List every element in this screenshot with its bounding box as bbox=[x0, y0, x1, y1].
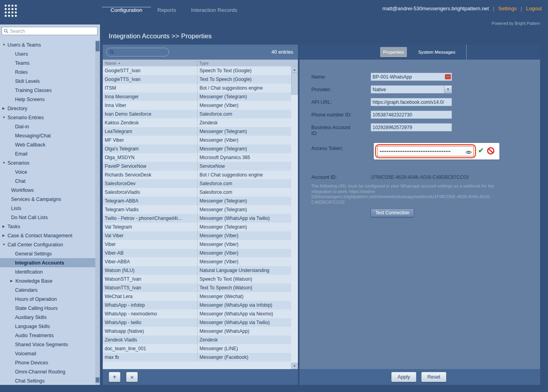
sidebar-item-chat-settings[interactable]: Chat Settings bbox=[0, 376, 95, 385]
table-row[interactable]: Val ViberMessenger (Viber) bbox=[103, 231, 291, 240]
list-scrollbar[interactable]: ▲ ▼ bbox=[291, 66, 298, 369]
table-row[interactable]: SalesforceVladisSalesforce.com bbox=[103, 188, 291, 197]
sidebar-item-state-calling-hours[interactable]: State Calling Hours bbox=[0, 304, 95, 313]
chevron-right-icon[interactable]: ▶ bbox=[10, 279, 15, 283]
tab-configuration[interactable]: Configuration bbox=[102, 0, 151, 20]
table-row[interactable]: ITSMBot / Chat suggestions engine bbox=[103, 84, 291, 92]
table-row[interactable]: Ivan Demo SalesforceSalesforce.com bbox=[103, 110, 291, 118]
test-connection-button[interactable]: Test Connection bbox=[371, 208, 414, 217]
sidebar-item-services-campaigns[interactable]: Services & Campaigns bbox=[0, 195, 95, 204]
show-password-eye-icon[interactable] bbox=[465, 149, 472, 156]
access-token-field[interactable]: •••••••••••••••••••••••••••••••••••••••• bbox=[377, 146, 474, 156]
scrollbar-thumb[interactable] bbox=[96, 41, 100, 51]
table-row[interactable]: WhatsApp - infobipMessenger (WhatsApp vi… bbox=[103, 301, 291, 309]
table-row[interactable]: Telegram-VladisMessenger (Telegram) bbox=[103, 205, 291, 214]
sidebar-item-lists[interactable]: Lists bbox=[0, 204, 95, 213]
sidebar-item-voice[interactable]: Voice bbox=[0, 167, 95, 176]
sidebar-item-omni-channel-routing[interactable]: Omni-Channel Routing bbox=[0, 367, 95, 376]
sidebar-item-scenario-entries[interactable]: ▼Scenario Entries bbox=[0, 113, 95, 122]
sidebar-item-phone-devices[interactable]: Phone Devices bbox=[0, 358, 95, 367]
table-row[interactable]: WhatsApp - nexmodemoMessenger (WhatsApp … bbox=[103, 309, 291, 318]
table-row[interactable]: Viber-ABMessenger (Viber) bbox=[103, 249, 291, 257]
sidebar-item-messaging-chat[interactable]: Messaging/Chat bbox=[0, 131, 95, 140]
table-row[interactable]: GoogleSTT_IvanSpeech To Text (Google) bbox=[103, 66, 291, 75]
confirm-check-icon[interactable]: ✔ bbox=[478, 146, 484, 155]
business-account-id-field[interactable]: 102928962572979 bbox=[371, 123, 452, 131]
chevron-right-icon[interactable]: ▶ bbox=[2, 234, 8, 237]
scrollbar-thumb[interactable] bbox=[291, 73, 298, 95]
table-row[interactable]: doc_team_line_001Messenger (LINE) bbox=[103, 344, 291, 353]
reset-button[interactable]: Reset bbox=[421, 372, 446, 382]
sidebar-item-skill-levels[interactable]: Skill Levels bbox=[0, 77, 95, 86]
sidebar-scrollbar[interactable] bbox=[95, 40, 100, 385]
sidebar-item-auxiliary-skills[interactable]: Auxiliary Skills bbox=[0, 313, 95, 322]
sidebar-item-help-screens[interactable]: Help Screens bbox=[0, 95, 95, 104]
sidebar-item-scenarios[interactable]: ▼Scenarios bbox=[0, 158, 95, 167]
table-row[interactable]: max fbMessenger (Facebook) bbox=[103, 353, 291, 362]
list-search-box[interactable] bbox=[106, 48, 169, 56]
sidebar-item-language-skills[interactable]: Language Skills bbox=[0, 322, 95, 331]
table-row[interactable]: LeaTelegramMessenger (Telegram) bbox=[103, 127, 291, 136]
list-search-input[interactable] bbox=[116, 49, 163, 55]
sidebar-item-calendars[interactable]: Calendars bbox=[0, 285, 95, 294]
delete-account-button[interactable]: × bbox=[126, 372, 138, 382]
table-row[interactable]: Twilio - Petrov - phone#Changed4t...Mess… bbox=[103, 214, 291, 223]
column-header-type[interactable]: Type bbox=[197, 60, 298, 66]
sidebar-item-do-not-call-lists[interactable]: Do Not Call Lists bbox=[0, 213, 95, 222]
chevron-down-icon[interactable]: ▼ bbox=[2, 161, 8, 165]
table-row[interactable]: Olga's TelegramMessenger (Telegram) bbox=[103, 144, 291, 153]
cancel-block-icon[interactable] bbox=[487, 147, 495, 156]
table-row[interactable]: Inna ViberMessenger (Viber) bbox=[103, 101, 291, 110]
table-row[interactable]: ViberMessenger (Viber) bbox=[103, 240, 291, 249]
phone-number-id-field[interactable]: 105387482322730 bbox=[371, 111, 452, 119]
table-row[interactable]: WatsonTTS_IvanText To Speech (Watson) bbox=[103, 283, 291, 292]
add-account-button[interactable]: + bbox=[109, 372, 121, 382]
table-row[interactable]: Viber-ABBAMessenger (Viber) bbox=[103, 257, 291, 266]
table-row[interactable]: Olga_MSDYNMicrosoft Dynamics 365 bbox=[103, 153, 291, 162]
table-row[interactable]: Val TelegramMessenger (Telegram) bbox=[103, 223, 291, 231]
chevron-right-icon[interactable]: ▶ bbox=[2, 107, 8, 110]
tab-system-messages[interactable]: System Messages bbox=[410, 45, 463, 60]
settings-link[interactable]: Settings bbox=[498, 6, 517, 11]
sidebar-item-shared-voice-segments[interactable]: Shared Voice Segments bbox=[0, 340, 95, 349]
table-row[interactable]: Zendesk VladisZendesk bbox=[103, 336, 291, 344]
provider-select[interactable]: Native ▼ bbox=[371, 85, 452, 94]
sidebar-item-workflows[interactable]: Workflows bbox=[0, 186, 95, 195]
sidebar-item-hours-of-operation[interactable]: Hours of Operation bbox=[0, 294, 95, 304]
sidebar-item-integration-accounts[interactable]: Integration Accounts bbox=[0, 258, 95, 267]
sidebar-item-teams[interactable]: Teams bbox=[0, 58, 95, 68]
api-url-field[interactable]: https://graph.facebook.com/v14.0/ bbox=[371, 98, 452, 106]
chevron-right-icon[interactable]: ▶ bbox=[2, 225, 8, 228]
apply-button[interactable]: Apply bbox=[391, 372, 416, 382]
sidebar-item-dial-in[interactable]: Dial-in bbox=[0, 122, 95, 131]
table-row[interactable]: Richards ServiceDeskBot / Chat suggestio… bbox=[103, 171, 291, 179]
more-options-icon[interactable]: ... bbox=[445, 74, 451, 79]
sidebar-item-identification[interactable]: Identification bbox=[0, 267, 95, 276]
tab-interaction-records[interactable]: Interaction Records bbox=[183, 0, 246, 20]
table-row[interactable]: Whatsapp (Native)Messenger (WhatsApp) bbox=[103, 327, 291, 336]
logout-link[interactable]: Logout bbox=[526, 6, 542, 11]
sidebar-item-users[interactable]: Users bbox=[0, 49, 95, 58]
table-row[interactable]: WeChat LeraMessenger (Wechat) bbox=[103, 292, 291, 301]
table-row[interactable]: Kaktus ZendeskZendesk bbox=[103, 118, 291, 127]
sidebar-item-voicemail[interactable]: Voicemail bbox=[0, 349, 95, 358]
sidebar-item-roles[interactable]: Roles bbox=[0, 68, 95, 77]
tab-properties[interactable]: Properties bbox=[380, 47, 407, 57]
sidebar-item-knowledge-base[interactable]: ▶Knowledge Base bbox=[0, 276, 95, 285]
table-row[interactable]: MF ViberMessenger (Viber) bbox=[103, 136, 291, 144]
search-input[interactable] bbox=[10, 28, 95, 34]
tab-reports[interactable]: Reports bbox=[151, 0, 183, 20]
table-row[interactable]: Watson (NLU)Natural Language Understandi… bbox=[103, 266, 291, 275]
sidebar-item-directory[interactable]: ▶Directory bbox=[0, 104, 95, 113]
table-row[interactable]: PavelP ServiceNowServiceNow bbox=[103, 162, 291, 171]
sidebar-item-audio-treatments[interactable]: Audio Treatments bbox=[0, 331, 95, 340]
sidebar-item-training-classes[interactable]: Training Classes bbox=[0, 86, 95, 95]
table-row[interactable]: Telegram-ABBAMessenger (Telegram) bbox=[103, 197, 291, 205]
table-row[interactable]: WatsonSTT_IvanSpeech To Text (Watson) bbox=[103, 275, 291, 283]
sidebar-item-general-settings[interactable]: General Settings bbox=[0, 249, 95, 258]
sidebar-item-email[interactable]: Email bbox=[0, 149, 95, 158]
sidebar-item-call-center-configuration[interactable]: ▼Call Center Configuration bbox=[0, 240, 95, 249]
sidebar-item-tasks[interactable]: ▶Tasks bbox=[0, 222, 95, 231]
table-row[interactable]: WhatsApp - twilioMessenger (WhatsApp via… bbox=[103, 318, 291, 327]
table-row[interactable]: GoogleTTS_IvanText To Speech (Google) bbox=[103, 75, 291, 84]
